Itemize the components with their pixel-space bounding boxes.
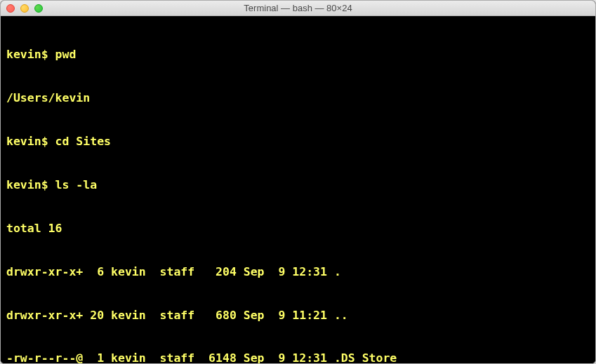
terminal-line: drwxr-xr-x+ 6 kevin staff 204 Sep 9 12:3… <box>6 265 590 280</box>
terminal-line: kevin$ ls -la <box>6 178 590 193</box>
traffic-lights <box>1 4 43 13</box>
terminal-line: total 16 <box>6 222 590 236</box>
zoom-icon[interactable] <box>34 4 43 13</box>
terminal-line: kevin$ cd Sites <box>6 135 590 149</box>
minimize-icon[interactable] <box>20 4 29 13</box>
terminal-line: -rw-r--r--@ 1 kevin staff 6148 Sep 9 12:… <box>6 351 590 363</box>
terminal-line: /Users/kevin <box>6 91 590 106</box>
titlebar[interactable]: Terminal — bash — 80×24 <box>1 1 595 16</box>
terminal-line: drwxr-xr-x+ 20 kevin staff 680 Sep 9 11:… <box>6 309 590 323</box>
terminal-line: kevin$ pwd <box>6 48 590 62</box>
terminal-body[interactable]: kevin$ pwd /Users/kevin kevin$ cd Sites … <box>1 16 595 363</box>
terminal-window: Terminal — bash — 80×24 kevin$ pwd /User… <box>0 0 596 364</box>
close-icon[interactable] <box>6 4 15 13</box>
window-title: Terminal — bash — 80×24 <box>1 3 595 13</box>
